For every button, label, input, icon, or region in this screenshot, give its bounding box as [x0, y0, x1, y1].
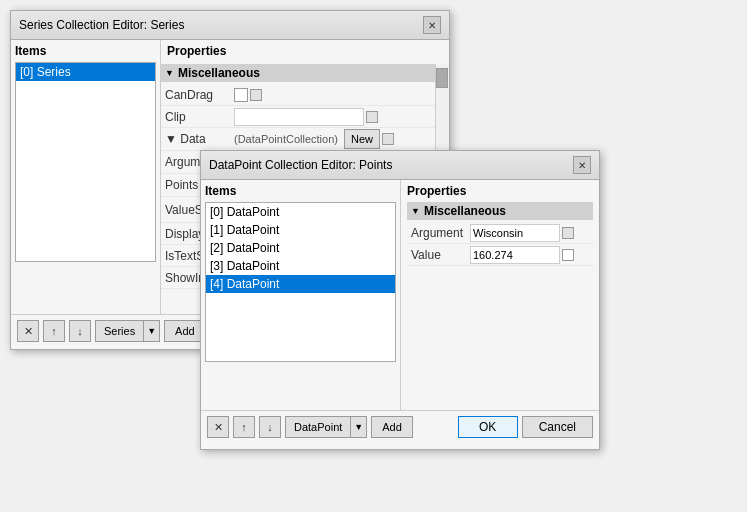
list-item[interactable]: [2] DataPoint: [206, 239, 395, 257]
dp-label-part[interactable]: DataPoint: [285, 416, 350, 438]
dp-type-split-btn[interactable]: DataPoint ▼: [285, 416, 367, 438]
series-list-box[interactable]: [0] Series: [15, 62, 156, 262]
series-items-label: Items: [15, 44, 156, 58]
list-item[interactable]: [4] DataPoint: [206, 275, 395, 293]
series-items-panel: Items [0] Series: [11, 40, 161, 314]
prop-row-value: Value: [407, 244, 593, 266]
cancel-btn[interactable]: Cancel: [522, 416, 593, 438]
datapoint-collection-dialog: DataPoint Collection Editor: Points ✕ It…: [200, 150, 600, 450]
datapoint-dialog-title-text: DataPoint Collection Editor: Points: [209, 158, 392, 172]
series-arrow-part[interactable]: ▼: [143, 320, 160, 342]
ok-btn[interactable]: OK: [458, 416, 518, 438]
dp-triangle-icon: ▼: [411, 206, 420, 216]
datapoint-dialog-footer: ✕ ↑ ↓ DataPoint ▼ Add OK Cancel: [201, 410, 599, 443]
value-input[interactable]: [470, 246, 560, 264]
series-dialog-title: Series Collection Editor: Series ✕: [11, 11, 449, 40]
dp-items-label: Items: [205, 184, 396, 198]
series-type-split-btn[interactable]: Series ▼: [95, 320, 160, 342]
dp-properties-label: Properties: [407, 184, 593, 198]
dp-misc-section-header: ▼ Miscellaneous: [407, 202, 593, 220]
datapoint-properties-panel: Properties ▼ Miscellaneous Argument Valu…: [401, 180, 599, 410]
value-checkbox[interactable]: [562, 249, 574, 261]
value-label: Value: [407, 246, 467, 264]
list-item[interactable]: [1] DataPoint: [206, 221, 395, 239]
dp-delete-btn[interactable]: ✕: [207, 416, 229, 438]
prop-row-data: ▼ Data (DataPointCollection) New: [161, 128, 435, 151]
series-down-btn[interactable]: ↓: [69, 320, 91, 342]
series-delete-btn[interactable]: ✕: [17, 320, 39, 342]
scrollbar-thumb[interactable]: [436, 68, 448, 88]
dp-up-btn[interactable]: ↑: [233, 416, 255, 438]
series-dialog-close-btn[interactable]: ✕: [423, 16, 441, 34]
argument-input[interactable]: [470, 224, 560, 242]
dp-down-btn[interactable]: ↓: [259, 416, 281, 438]
candrag-sq-btn[interactable]: [250, 89, 262, 101]
prop-row-clip: Clip: [161, 106, 435, 128]
series-up-btn[interactable]: ↑: [43, 320, 65, 342]
data-sq-btn[interactable]: [382, 133, 394, 145]
list-item[interactable]: [3] DataPoint: [206, 257, 395, 275]
prop-row-argument: Argument: [407, 222, 593, 244]
clip-input[interactable]: [234, 108, 364, 126]
dp-arrow-part[interactable]: ▼: [350, 416, 367, 438]
triangle-icon: ▼: [165, 68, 174, 78]
argument-label: Argument: [407, 224, 467, 242]
datapoint-list-box[interactable]: [0] DataPoint [1] DataPoint [2] DataPoin…: [205, 202, 396, 362]
series-properties-label: Properties: [167, 44, 443, 58]
series-label-part[interactable]: Series: [95, 320, 143, 342]
series-dialog-title-text: Series Collection Editor: Series: [19, 18, 184, 32]
clip-sq-btn[interactable]: [366, 111, 378, 123]
argument-sq-btn[interactable]: [562, 227, 574, 239]
prop-row-candrag: CanDrag: [161, 84, 435, 106]
misc-section-header: ▼ Miscellaneous: [161, 64, 435, 82]
candrag-checkbox[interactable]: [234, 88, 248, 102]
datapoint-dialog-close-btn[interactable]: ✕: [573, 156, 591, 174]
datapoint-dialog-title: DataPoint Collection Editor: Points ✕: [201, 151, 599, 180]
list-item[interactable]: [0] Series: [16, 63, 155, 81]
datapoint-items-panel: Items [0] DataPoint [1] DataPoint [2] Da…: [201, 180, 401, 410]
dp-add-btn[interactable]: Add: [371, 416, 413, 438]
data-value: (DataPointCollection): [234, 133, 338, 145]
datapoint-dialog-body: Items [0] DataPoint [1] DataPoint [2] Da…: [201, 180, 599, 410]
list-item[interactable]: [0] DataPoint: [206, 203, 395, 221]
data-new-btn[interactable]: New: [344, 129, 380, 149]
